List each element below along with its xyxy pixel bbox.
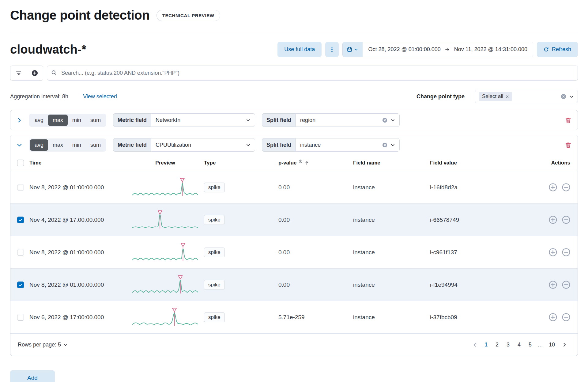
config-controls-2: avg max min sum Metric field CPUUtilizat… xyxy=(10,135,578,155)
pagination-next-icon[interactable] xyxy=(559,342,570,347)
clear-icon[interactable] xyxy=(382,142,387,148)
delete-config-button[interactable] xyxy=(565,142,571,148)
refresh-icon xyxy=(544,47,549,52)
filter-out-value-button[interactable] xyxy=(562,216,570,224)
table-footer: Rows per page: 5 12345…10 xyxy=(10,334,578,356)
arrow-right-icon xyxy=(445,47,450,52)
agg-option-max[interactable]: max xyxy=(48,139,68,151)
filter-for-value-button[interactable] xyxy=(549,248,557,256)
pagination-page-4[interactable]: 4 xyxy=(514,340,525,350)
row-checkbox[interactable] xyxy=(17,184,24,191)
start-date-button[interactable]: Oct 28, 2022 @ 01:00:00.000 xyxy=(368,46,440,53)
calendar-quick-select-button[interactable] xyxy=(343,42,363,57)
row-p-value: 5.71e-259 xyxy=(278,314,353,321)
end-date-button[interactable]: Nov 11, 2022 @ 14:31:00.000 xyxy=(454,46,527,53)
row-field-value: i-f1e94994 xyxy=(430,282,524,288)
split-field-control: Split field region xyxy=(262,113,400,127)
split-field-combobox[interactable]: region xyxy=(296,113,400,127)
header-divider xyxy=(10,32,578,32)
change-point-type-label: Change point type xyxy=(417,93,465,100)
filter-out-value-button[interactable] xyxy=(562,281,570,289)
refresh-button[interactable]: Refresh xyxy=(537,42,578,57)
add-filter-button[interactable] xyxy=(27,66,43,80)
plus-circle-icon xyxy=(549,248,557,256)
expand-panel-chevron-right-icon[interactable] xyxy=(17,117,22,123)
filter-for-value-button[interactable] xyxy=(549,183,557,191)
toolbar: cloudwatch-* Use full data Oct 28, 2022 … xyxy=(10,42,578,57)
agg-option-sum[interactable]: sum xyxy=(86,115,105,126)
row-preview xyxy=(126,306,204,329)
row-checkbox[interactable] xyxy=(17,249,24,256)
pagination-page-5[interactable]: 5 xyxy=(525,340,536,350)
agg-option-max[interactable]: max xyxy=(48,115,68,126)
metric-field-select[interactable]: CPUUtilization xyxy=(151,138,255,152)
sort-ascending-icon xyxy=(304,161,309,165)
agg-option-sum[interactable]: sum xyxy=(86,139,105,151)
filter-button[interactable] xyxy=(10,66,27,80)
collapse-panel-chevron-down-icon[interactable] xyxy=(17,142,22,148)
row-preview xyxy=(126,209,204,231)
meta-right: Change point type Select all xyxy=(417,90,578,103)
chevron-down-icon xyxy=(246,143,251,147)
filter-out-value-button[interactable] xyxy=(562,313,570,321)
chevron-down-icon xyxy=(569,94,574,99)
delete-config-button[interactable] xyxy=(565,117,571,123)
column-header-p-value[interactable]: p-value xyxy=(278,160,353,166)
sampling-options-button[interactable] xyxy=(325,42,339,57)
pagination-page-2[interactable]: 2 xyxy=(492,340,503,350)
combobox-clear-icon[interactable] xyxy=(561,94,566,99)
pagination-page-3[interactable]: 3 xyxy=(503,340,514,350)
column-header-time[interactable]: Time xyxy=(29,160,126,166)
row-field-name: instance xyxy=(353,282,430,288)
pagination-previous-icon[interactable] xyxy=(469,342,481,347)
row-field-name: instance xyxy=(353,249,430,256)
agg-option-min[interactable]: min xyxy=(68,115,86,126)
filter-for-value-button[interactable] xyxy=(549,281,557,289)
table-row: Nov 8, 2022 @ 01:00:00.000 spike 0.00 in… xyxy=(10,269,578,301)
agg-option-avg[interactable]: avg xyxy=(30,115,48,126)
metric-field-select[interactable]: NetworkIn xyxy=(151,113,255,127)
column-header-field-name: Field name xyxy=(353,160,430,166)
rows-per-page-button[interactable]: Rows per page: 5 xyxy=(18,342,68,348)
column-header-field-value: Field value xyxy=(430,160,524,166)
plus-circle-icon xyxy=(549,183,557,191)
toolbar-controls: Use full data Oct 28, 2022 @ 01:00:00.00… xyxy=(277,42,578,57)
agg-option-avg[interactable]: avg xyxy=(30,139,48,151)
row-p-value: 0.00 xyxy=(278,249,353,256)
clear-icon[interactable] xyxy=(382,118,387,123)
pagination-page-10[interactable]: 10 xyxy=(545,340,559,350)
metric-field-control: Metric field NetworkIn xyxy=(113,113,255,127)
agg-option-min[interactable]: min xyxy=(68,139,86,151)
row-p-value: 0.00 xyxy=(278,217,353,223)
filter-for-value-button[interactable] xyxy=(549,216,557,224)
change-point-type-combobox[interactable]: Select all xyxy=(475,90,578,103)
row-field-name: instance xyxy=(353,184,430,191)
row-checkbox[interactable] xyxy=(17,314,24,321)
row-checkbox[interactable] xyxy=(17,282,24,288)
info-icon[interactable] xyxy=(299,159,303,163)
row-field-value: i-37fbcb09 xyxy=(430,314,524,321)
table-header-row: Time Preview Type p-value Field name Fie… xyxy=(10,155,578,171)
column-header-actions: Actions xyxy=(524,160,570,166)
select-all-checkbox[interactable] xyxy=(17,160,24,166)
filter-out-value-button[interactable] xyxy=(562,248,570,256)
token-remove-icon[interactable] xyxy=(506,95,509,98)
search-input[interactable] xyxy=(47,66,578,81)
type-badge: spike xyxy=(204,248,225,257)
chevron-down-icon xyxy=(390,118,395,123)
view-selected-link[interactable]: View selected xyxy=(83,93,117,100)
search-icon xyxy=(51,70,57,77)
filter-out-value-button[interactable] xyxy=(562,183,570,191)
row-time: Nov 8, 2022 @ 01:00:00.000 xyxy=(29,249,126,256)
row-field-name: instance xyxy=(353,314,430,321)
sparkline-chart xyxy=(132,176,198,199)
filter-for-value-button[interactable] xyxy=(549,313,557,321)
split-field-combobox[interactable]: instance xyxy=(296,138,400,152)
split-field-control: Split field instance xyxy=(262,138,400,152)
row-checkbox[interactable] xyxy=(17,217,24,223)
add-button[interactable]: Add xyxy=(10,370,55,382)
pagination-page-1[interactable]: 1 xyxy=(481,340,492,350)
use-full-data-button[interactable]: Use full data xyxy=(277,42,322,57)
minus-circle-icon xyxy=(562,248,570,256)
sparkline-chart xyxy=(132,241,198,264)
